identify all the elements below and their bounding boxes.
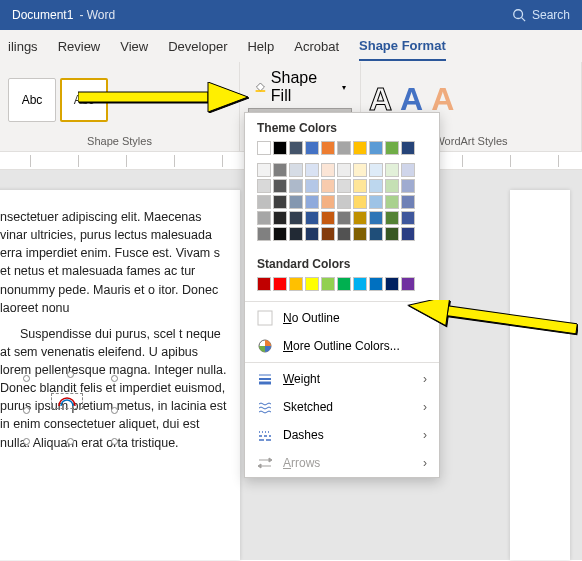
- color-swatch[interactable]: [337, 277, 351, 291]
- tab-acrobat[interactable]: Acrobat: [294, 33, 339, 60]
- color-swatch[interactable]: [401, 227, 415, 241]
- color-swatch[interactable]: [289, 179, 303, 193]
- theme-color-shades: [245, 163, 439, 249]
- color-swatch[interactable]: [353, 163, 367, 177]
- color-swatch[interactable]: [353, 211, 367, 225]
- color-swatch[interactable]: [257, 195, 271, 209]
- color-swatch[interactable]: [257, 179, 271, 193]
- search-box[interactable]: Search: [512, 8, 570, 22]
- color-swatch[interactable]: [337, 195, 351, 209]
- color-swatch[interactable]: [305, 163, 319, 177]
- color-swatch[interactable]: [305, 277, 319, 291]
- color-swatch[interactable]: [289, 227, 303, 241]
- color-swatch[interactable]: [401, 195, 415, 209]
- color-swatch[interactable]: [305, 227, 319, 241]
- group-label: Shape Styles: [8, 133, 231, 149]
- color-swatch[interactable]: [273, 141, 287, 155]
- color-swatch[interactable]: [273, 179, 287, 193]
- tab-help[interactable]: Help: [247, 33, 274, 60]
- color-swatch[interactable]: [337, 227, 351, 241]
- color-swatch[interactable]: [321, 195, 335, 209]
- chevron-right-icon: ›: [423, 428, 427, 442]
- color-swatch[interactable]: [305, 195, 319, 209]
- sketched-icon: [257, 399, 273, 415]
- color-swatch[interactable]: [289, 141, 303, 155]
- color-swatch[interactable]: [385, 227, 399, 241]
- weight-item[interactable]: Weight ›: [245, 365, 439, 393]
- color-swatch[interactable]: [385, 211, 399, 225]
- color-swatch[interactable]: [401, 179, 415, 193]
- color-swatch[interactable]: [401, 211, 415, 225]
- color-swatch[interactable]: [337, 141, 351, 155]
- tab-view[interactable]: View: [120, 33, 148, 60]
- shape-style-preset-1[interactable]: Abc: [8, 78, 56, 122]
- color-swatch[interactable]: [257, 163, 271, 177]
- color-swatch[interactable]: [257, 277, 271, 291]
- color-swatch[interactable]: [369, 195, 383, 209]
- chevron-right-icon: ›: [423, 400, 427, 414]
- color-swatch[interactable]: [289, 211, 303, 225]
- color-swatch[interactable]: [305, 179, 319, 193]
- weight-icon: [257, 371, 273, 387]
- color-swatch[interactable]: [385, 195, 399, 209]
- arrows-icon: [257, 455, 273, 471]
- tab-review[interactable]: Review: [58, 33, 101, 60]
- color-swatch[interactable]: [273, 195, 287, 209]
- svg-line-1: [522, 18, 526, 22]
- color-swatch[interactable]: [305, 141, 319, 155]
- color-swatch[interactable]: [337, 163, 351, 177]
- dashes-item[interactable]: Dashes ›: [245, 421, 439, 449]
- theme-colors-title: Theme Colors: [245, 113, 439, 141]
- color-swatch[interactable]: [369, 163, 383, 177]
- color-swatch[interactable]: [273, 227, 287, 241]
- color-swatch[interactable]: [401, 277, 415, 291]
- sketched-item[interactable]: Sketched ›: [245, 393, 439, 421]
- color-swatch[interactable]: [353, 277, 367, 291]
- color-swatch[interactable]: [369, 211, 383, 225]
- shape-fill-button[interactable]: Shape Fill ▾: [248, 66, 352, 108]
- tab-developer[interactable]: Developer: [168, 33, 227, 60]
- color-swatch[interactable]: [321, 141, 335, 155]
- color-swatch[interactable]: [401, 163, 415, 177]
- color-swatch[interactable]: [257, 227, 271, 241]
- color-swatch[interactable]: [369, 141, 383, 155]
- color-swatch[interactable]: [273, 163, 287, 177]
- color-swatch[interactable]: [337, 179, 351, 193]
- color-swatch[interactable]: [401, 141, 415, 155]
- color-swatch[interactable]: [321, 179, 335, 193]
- color-swatch[interactable]: [321, 227, 335, 241]
- color-swatch[interactable]: [305, 211, 319, 225]
- color-swatch[interactable]: [257, 211, 271, 225]
- chevron-right-icon: ›: [423, 372, 427, 386]
- tab-shape-format[interactable]: Shape Format: [359, 32, 446, 61]
- color-swatch[interactable]: [353, 141, 367, 155]
- theme-color-row: [245, 141, 439, 163]
- color-swatch[interactable]: [321, 163, 335, 177]
- color-swatch[interactable]: [385, 179, 399, 193]
- search-icon: [512, 8, 526, 22]
- color-swatch[interactable]: [257, 141, 271, 155]
- color-swatch[interactable]: [273, 277, 287, 291]
- color-swatch[interactable]: [353, 179, 367, 193]
- color-swatch[interactable]: [289, 195, 303, 209]
- color-swatch[interactable]: [321, 211, 335, 225]
- color-swatch[interactable]: [353, 227, 367, 241]
- tab-ilings[interactable]: ilings: [8, 33, 38, 60]
- color-swatch[interactable]: [369, 227, 383, 241]
- color-swatch[interactable]: [385, 141, 399, 155]
- dashes-icon: [257, 427, 273, 443]
- color-swatch[interactable]: [369, 277, 383, 291]
- color-swatch[interactable]: [337, 211, 351, 225]
- chevron-right-icon: ›: [423, 456, 427, 470]
- color-swatch[interactable]: [369, 179, 383, 193]
- selected-shape[interactable]: [23, 375, 118, 445]
- color-swatch[interactable]: [353, 195, 367, 209]
- color-swatch[interactable]: [385, 163, 399, 177]
- color-swatch[interactable]: [289, 163, 303, 177]
- color-swatch[interactable]: [273, 211, 287, 225]
- color-swatch[interactable]: [321, 277, 335, 291]
- color-swatch[interactable]: [289, 277, 303, 291]
- color-swatch[interactable]: [385, 277, 399, 291]
- standard-colors-title: Standard Colors: [245, 249, 439, 277]
- shape-outline-dropdown: Theme Colors Standard Colors No Outline …: [244, 112, 440, 478]
